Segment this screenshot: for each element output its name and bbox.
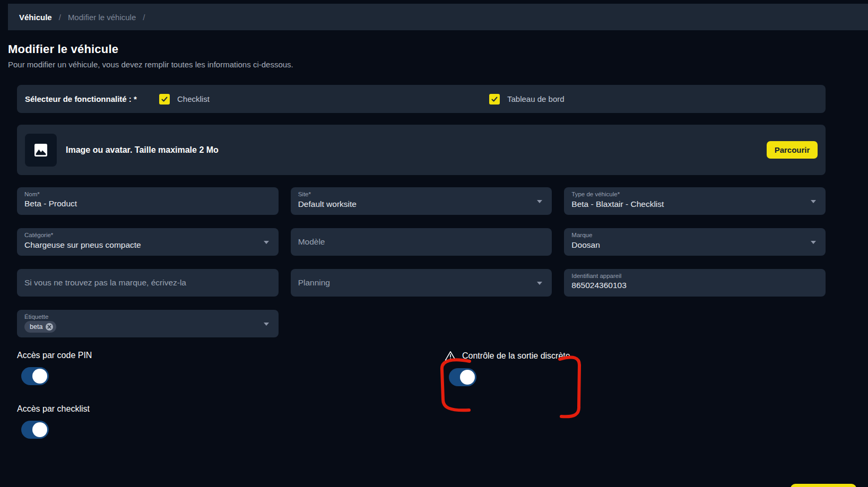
breadcrumb-separator: / [59, 13, 61, 22]
chevron-down-icon [264, 323, 269, 326]
site-selected-value: Default worksite [298, 199, 545, 209]
feature-option-checklist[interactable]: Checklist [159, 94, 210, 105]
feature-selector-bar: Sélecteur de fonctionnalité : * Checklis… [17, 85, 826, 113]
chevron-down-icon [537, 282, 542, 285]
category-selected-value: Chargeuse sur pneus compacte [24, 240, 271, 250]
edit-vehicle-form: Sélecteur de fonctionnalité : * Checklis… [17, 85, 826, 446]
page-header: Modifier le véhicule Pour modifier un vé… [8, 42, 868, 69]
pin-access-group: Accès par code PIN [17, 351, 826, 385]
pin-access-toggle[interactable] [21, 367, 49, 385]
page-subtitle: Pour modifier un véhicule, vous devez re… [8, 60, 868, 69]
checklist-access-toggle[interactable] [21, 421, 49, 439]
site-select-label: Site* [298, 191, 545, 197]
tag-chip: beta [24, 321, 56, 333]
feature-option-label: Checklist [177, 94, 210, 103]
brand-label: Marque [571, 232, 818, 238]
category-select[interactable]: Catégorie* Chargeuse sur pneus compacte [17, 228, 279, 256]
name-field[interactable]: Nom* [17, 187, 279, 215]
tag-chip-text: beta [30, 323, 42, 331]
vehicle-type-select[interactable]: Type de véhicule* Beta - Blaxtair - Chec… [564, 187, 826, 215]
pin-access-label: Accès par code PIN [17, 351, 826, 360]
discrete-output-group: Contrôle de la sortie discrète [445, 351, 570, 386]
vehicle-type-label: Type de véhicule* [571, 191, 818, 197]
device-id-label: Identifiant appareil [571, 273, 818, 279]
upload-hint-text: Image ou avatar. Taille maximale 2 Mo [66, 145, 767, 155]
page-title: Modifier le véhicule [8, 42, 868, 56]
discrete-output-label-row: Contrôle de la sortie discrète [445, 351, 570, 361]
tag-remove-icon[interactable] [45, 323, 54, 331]
device-id-input[interactable] [571, 281, 798, 290]
name-field-label: Nom* [24, 191, 271, 197]
vehicle-type-selected-value: Beta - Blaxtair - Checklist [571, 199, 818, 209]
discrete-output-toggle[interactable] [449, 368, 476, 386]
checklist-access-label: Accès par checklist [17, 404, 826, 414]
site-select[interactable]: Site* Default worksite [291, 187, 552, 215]
feature-option-tableau-de-bord[interactable]: Tableau de bord [489, 94, 565, 105]
chevron-down-icon [537, 200, 542, 203]
image-upload-card: Image ou avatar. Taille maximale 2 Mo Pa… [17, 125, 826, 175]
device-id-field[interactable]: Identifiant appareil [564, 269, 826, 297]
discrete-output-label: Contrôle de la sortie discrète [462, 351, 570, 361]
breadcrumb-item-vehicule[interactable]: Véhicule [19, 13, 52, 22]
browse-button[interactable]: Parcourir [767, 141, 818, 159]
checkbox-checklist-icon[interactable] [159, 94, 170, 105]
breadcrumb-separator: / [143, 13, 145, 22]
custom-brand-input[interactable] [24, 278, 251, 288]
brand-selected-value: Doosan [571, 240, 818, 250]
model-input[interactable] [298, 237, 525, 247]
warning-icon [445, 351, 456, 361]
checklist-access-group: Accès par checklist [17, 404, 826, 439]
brand-select[interactable]: Marque Doosan [564, 228, 826, 256]
form-grid: Nom* Site* Default worksite Type de véhi… [17, 187, 826, 337]
planning-input[interactable] [298, 278, 525, 288]
name-input[interactable] [24, 199, 251, 208]
image-placeholder-icon [25, 134, 57, 167]
planning-select[interactable] [291, 269, 552, 297]
feature-option-label: Tableau de bord [507, 94, 565, 103]
custom-brand-field[interactable] [17, 269, 279, 297]
bottom-action-button-partial[interactable] [791, 484, 856, 487]
breadcrumb-item-modifier[interactable]: Modifier le véhicule [68, 13, 136, 22]
feature-selector-label: Sélecteur de fonctionnalité : * [25, 94, 137, 103]
checkbox-tableau-icon[interactable] [489, 94, 500, 105]
chevron-down-icon [264, 241, 269, 244]
breadcrumb: Véhicule / Modifier le véhicule / [8, 4, 868, 30]
model-field[interactable] [291, 228, 552, 256]
category-label: Catégorie* [24, 232, 271, 238]
chevron-down-icon [811, 241, 816, 244]
toggles-section: Accès par code PIN Accès par checklist C… [17, 351, 826, 446]
chevron-down-icon [811, 200, 816, 203]
tag-label: Étiquette [24, 314, 271, 320]
tag-select[interactable]: Étiquette beta [17, 310, 279, 337]
